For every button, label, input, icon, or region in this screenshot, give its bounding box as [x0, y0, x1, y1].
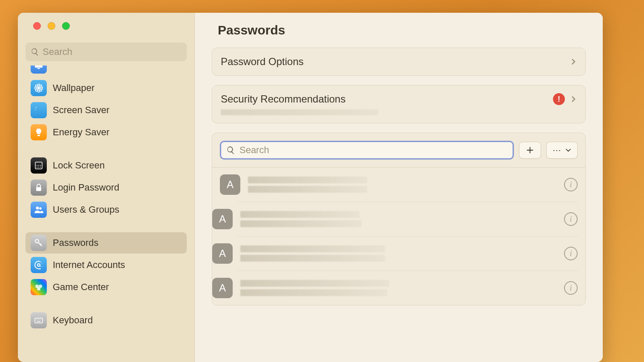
- entry-avatar: A: [220, 174, 240, 195]
- password-entry[interactable]: Ai: [238, 236, 578, 271]
- svg-point-31: [40, 319, 41, 320]
- sidebar-item-internet-accounts[interactable]: Internet Accounts: [26, 254, 187, 276]
- sidebar-item-label: Game Center: [53, 282, 109, 293]
- plus-icon: [525, 145, 535, 155]
- search-icon: [31, 47, 39, 57]
- security-recommendations-card[interactable]: Security Recommendations !: [212, 85, 586, 123]
- password-entry[interactable]: Ai: [238, 202, 578, 236]
- add-password-button[interactable]: [519, 142, 541, 159]
- svg-point-6: [41, 87, 43, 89]
- entry-text-redacted: [240, 245, 556, 262]
- sidebar-item-passwords[interactable]: Passwords: [26, 232, 187, 254]
- display-icon: [31, 66, 47, 74]
- sidebar-item-users-groups[interactable]: Users & Groups: [26, 199, 187, 220]
- window-controls: [18, 13, 194, 37]
- password-entry[interactable]: Ai: [212, 168, 585, 202]
- svg-point-21: [36, 207, 39, 210]
- svg-point-12: [35, 109, 36, 110]
- sidebar-item-label: Login Password: [53, 182, 120, 193]
- sidebar-item-game-center[interactable]: Game Center: [26, 276, 187, 298]
- password-options-card[interactable]: Password Options: [212, 48, 586, 76]
- svg-rect-20: [36, 187, 41, 191]
- svg-point-8: [40, 85, 42, 87]
- sidebar-search[interactable]: [26, 43, 187, 61]
- info-button[interactable]: i: [564, 178, 578, 191]
- sidebar-item-label: Passwords: [53, 237, 99, 248]
- svg-point-2: [37, 87, 40, 89]
- more-options-button[interactable]: ⋯: [546, 142, 578, 159]
- minimize-window-button[interactable]: [48, 22, 55, 30]
- search-icon: [226, 145, 235, 155]
- keyboard-icon: [31, 312, 47, 328]
- security-recommendations-subtitle-redacted: [221, 109, 378, 115]
- svg-point-3: [38, 84, 40, 86]
- passwords-search[interactable]: [220, 141, 514, 160]
- info-button[interactable]: i: [564, 212, 578, 226]
- svg-point-19: [40, 165, 41, 166]
- svg-point-15: [38, 167, 39, 168]
- svg-point-29: [37, 319, 38, 320]
- chevron-down-icon: [565, 147, 571, 153]
- svg-point-22: [39, 207, 42, 210]
- sidebar-item-wallpaper[interactable]: Wallpaper: [26, 77, 187, 99]
- svg-point-26: [37, 287, 40, 291]
- sidebar-item-keyboard[interactable]: Keyboard: [26, 310, 187, 331]
- passwords-list-card: ⋯ AiAiAiAi: [212, 133, 586, 305]
- sidebar-search-input[interactable]: [43, 46, 182, 57]
- lockscreen-icon: [31, 157, 47, 174]
- entry-avatar: A: [212, 243, 233, 264]
- sidebar: WallpaperScreen SaverEnergy SaverLock Sc…: [18, 13, 195, 362]
- warning-badge-icon: !: [553, 93, 565, 105]
- close-window-button[interactable]: [33, 22, 41, 30]
- svg-point-30: [39, 319, 40, 320]
- svg-point-17: [37, 165, 37, 166]
- sidebar-item-label: Screen Saver: [53, 105, 109, 116]
- info-button[interactable]: i: [564, 281, 578, 295]
- sidebar-item-label: Wallpaper: [53, 83, 94, 94]
- svg-point-14: [37, 167, 37, 168]
- sidebar-item-login-password[interactable]: Login Password: [26, 177, 187, 198]
- chevron-right-icon: [570, 58, 577, 65]
- sidebar-item-label: Internet Accounts: [53, 259, 125, 271]
- page-title: Passwords: [218, 23, 586, 37]
- password-options-label: Password Options: [221, 56, 570, 68]
- svg-rect-0: [35, 66, 43, 68]
- security-recommendations-label: Security Recommendations: [221, 93, 553, 105]
- svg-point-11: [36, 107, 37, 108]
- svg-point-9: [36, 89, 38, 91]
- entry-text-redacted: [248, 177, 556, 193]
- flower-icon: [31, 80, 47, 96]
- svg-point-16: [40, 167, 41, 168]
- sidebar-nav: WallpaperScreen SaverEnergy SaverLock Sc…: [18, 66, 194, 362]
- lock-icon: [31, 180, 47, 196]
- sidebar-item-label: Energy Saver: [53, 127, 109, 138]
- zoom-window-button[interactable]: [62, 22, 70, 30]
- svg-point-10: [40, 89, 42, 91]
- sidebar-item-label: Users & Groups: [53, 204, 120, 215]
- ellipsis-icon: ⋯: [553, 145, 562, 155]
- sidebar-item-energy-saver[interactable]: Energy Saver: [26, 122, 187, 143]
- sidebar-item-displays-partial[interactable]: [26, 66, 187, 77]
- password-entry[interactable]: Ai: [238, 271, 578, 305]
- passwords-toolbar: ⋯: [212, 133, 585, 168]
- entry-avatar: A: [212, 278, 233, 298]
- svg-point-23: [35, 239, 39, 243]
- entry-text-redacted: [240, 211, 556, 227]
- system-settings-window: WallpaperScreen SaverEnergy SaverLock Sc…: [18, 13, 603, 362]
- bulb-icon: [31, 124, 47, 140]
- svg-point-28: [36, 319, 37, 320]
- sidebar-item-label: Keyboard: [53, 315, 93, 326]
- at-icon: [31, 257, 47, 273]
- sidebar-item-screen-saver[interactable]: Screen Saver: [26, 100, 187, 121]
- key-icon: [31, 235, 47, 251]
- passwords-search-input[interactable]: [239, 145, 507, 156]
- sidebar-item-lock-screen[interactable]: Lock Screen: [26, 155, 187, 176]
- chevron-right-icon: [570, 96, 577, 103]
- svg-point-4: [38, 90, 40, 92]
- svg-point-5: [35, 87, 37, 89]
- entry-text-redacted: [240, 280, 556, 296]
- sidebar-item-label: Lock Screen: [53, 160, 105, 171]
- passwords-list: AiAiAiAi: [212, 168, 585, 305]
- info-button[interactable]: i: [564, 247, 578, 260]
- svg-point-18: [38, 165, 39, 166]
